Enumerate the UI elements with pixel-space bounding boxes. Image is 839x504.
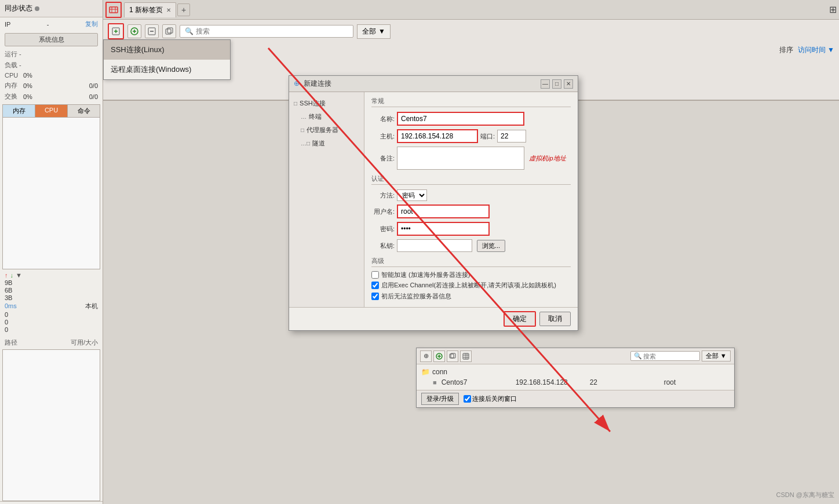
- session-manager-icon[interactable]: [105, 2, 122, 18]
- cancel-button[interactable]: 取消: [539, 312, 571, 326]
- dialog-close-button[interactable]: ✕: [564, 79, 573, 89]
- sm-clone-button[interactable]: [162, 24, 176, 38]
- sort-time-btn[interactable]: 访问时间 ▼: [798, 45, 834, 55]
- auth-section: 认证 方法: 密码 用户名: 密码:: [371, 174, 571, 252]
- disk-size-label: 可用/大小: [71, 338, 98, 347]
- tree-tunnel-label: 隧道: [312, 139, 325, 148]
- bottom-session-manager: ⊕ 🔍: [416, 348, 735, 408]
- tree-tunnel[interactable]: …□ 隧道: [289, 137, 364, 150]
- bsm-search-input[interactable]: [643, 353, 696, 360]
- disk-header: 路径 可用/大小: [5, 338, 98, 347]
- bottom-sm-search[interactable]: 🔍: [630, 351, 700, 361]
- name-label: 名称:: [371, 115, 395, 123]
- grid-layout-icon[interactable]: ⊞: [829, 4, 837, 15]
- bsm-centos7-row[interactable]: ■ Centos7 192.168.154.128 22 root: [421, 377, 729, 388]
- sm-new-ssh-button[interactable]: [127, 24, 141, 38]
- network-section: ↑ ↓ ▼ 9B 6B 3B 0ms 本机 0 0 0: [0, 269, 103, 336]
- bottom-login-bar: 登录/升级 连接后关闭窗口: [417, 390, 734, 407]
- monitor-tabs: 内存 CPU 命令: [2, 104, 100, 117]
- bsm-folder[interactable]: 📁 conn: [421, 367, 729, 377]
- sidebar-header: 同步状态: [0, 0, 103, 17]
- dialog-minimize-button[interactable]: —: [541, 79, 550, 89]
- ok-button[interactable]: 确定: [504, 311, 536, 327]
- tree-proxy[interactable]: □ 代理服务器: [289, 123, 364, 137]
- host-port-group: 端口:: [397, 129, 526, 143]
- upload-arrow-icon: ↑: [5, 272, 8, 279]
- net-zero-val3: 0: [5, 326, 8, 333]
- host-input[interactable]: [397, 129, 478, 143]
- login-upgrade-button[interactable]: 登录/升级: [421, 393, 459, 405]
- tree-terminal-label: 终端: [309, 112, 322, 121]
- username-input[interactable]: [397, 204, 490, 218]
- copy-button[interactable]: 复制: [85, 20, 98, 28]
- auth-section-header: 认证: [371, 174, 571, 185]
- sm-new-button[interactable]: [108, 23, 124, 39]
- port-input[interactable]: [497, 130, 526, 143]
- bsm-row-user: root: [664, 378, 734, 386]
- bsm-btn1[interactable]: ⊕: [420, 350, 432, 362]
- dialog-controls: — □ ✕: [541, 79, 573, 89]
- cpu-value: 0%: [23, 72, 32, 79]
- connect-close-label: 连接后关闭窗口: [472, 395, 517, 403]
- note-textarea[interactable]: [397, 147, 524, 170]
- svg-rect-5: [167, 28, 173, 33]
- ssh-linux-item[interactable]: SSH连接(Linux): [104, 40, 230, 60]
- tab-add-button[interactable]: +: [177, 3, 190, 16]
- net-zero-val2: 0: [5, 319, 8, 326]
- net-6b-val: 6B: [5, 287, 12, 294]
- tree-terminal[interactable]: … 终端: [289, 110, 364, 123]
- tree-ssh[interactable]: □ SSH连接: [289, 97, 364, 110]
- name-input[interactable]: [397, 112, 524, 126]
- adv2-label: 启用Exec Channel(若连接上就被断开,请关闭该项,比如跳板机): [381, 281, 556, 289]
- adv2-checkbox[interactable]: [371, 282, 379, 289]
- load-row: 负载 -: [0, 60, 103, 71]
- sidebar: 同步状态 IP - 复制 系统信息 运行 - 负载 - CPU 0% 内存 0%…: [0, 0, 103, 504]
- disk-section: 路径 可用/大小: [0, 336, 103, 349]
- tab-cmd[interactable]: 命令: [68, 105, 100, 117]
- sm-filter-dropdown[interactable]: 全部 ▼: [357, 24, 391, 39]
- adv3-checkbox[interactable]: [371, 293, 379, 300]
- svg-rect-4: [166, 29, 171, 34]
- sys-info-button[interactable]: 系统信息: [5, 33, 98, 46]
- tree-proxy-icon: □: [301, 127, 304, 133]
- dialog-maximize-button[interactable]: □: [552, 79, 561, 89]
- mem-value: 0%: [23, 82, 32, 89]
- method-select[interactable]: 密码: [397, 189, 427, 201]
- connect-close-option: 连接后关闭窗口: [464, 395, 517, 403]
- password-input[interactable]: [397, 222, 490, 236]
- net-zero-2: 0: [5, 319, 98, 326]
- sm-search-input[interactable]: [196, 27, 348, 35]
- bsm-btn2[interactable]: [433, 350, 445, 362]
- disk-path-label: 路径: [5, 338, 17, 347]
- sm-search-box[interactable]: 🔍: [180, 25, 353, 38]
- pass-row: 密码:: [371, 222, 571, 236]
- private-key-label: 私钥:: [371, 242, 395, 250]
- sm-delete-button[interactable]: [145, 24, 159, 38]
- adv1-checkbox[interactable]: [371, 271, 379, 279]
- sidebar-footer: [0, 501, 103, 504]
- bsm-filter[interactable]: 全部 ▼: [702, 350, 731, 361]
- tab-mem[interactable]: 内存: [3, 105, 35, 117]
- connect-close-checkbox[interactable]: [464, 395, 471, 403]
- filter-label: 全部: [362, 27, 376, 36]
- tab-bar: 1 新标签页 ✕ + ⊞: [103, 0, 839, 20]
- bsm-btn4[interactable]: [460, 350, 472, 362]
- load-label: 负载 -: [5, 61, 22, 70]
- note-row: 备注: 虚拟机ip地址: [371, 147, 571, 170]
- browse-button[interactable]: 浏览...: [477, 240, 505, 252]
- tab-close-icon[interactable]: ✕: [166, 7, 171, 13]
- advanced-header: 高级: [371, 257, 571, 267]
- run-label: 运行 -: [5, 50, 22, 59]
- tab-new[interactable]: 1 新标签页 ✕: [124, 2, 176, 17]
- tree-terminal-icon: …: [301, 114, 307, 120]
- dialog-footer: 确定 取消: [289, 307, 578, 330]
- general-section-header: 常规: [371, 97, 571, 107]
- tab-cpu[interactable]: CPU: [35, 105, 68, 117]
- ssh-windows-item[interactable]: 远程桌面连接(Windows): [104, 60, 230, 79]
- bsm-btn3[interactable]: [447, 350, 458, 362]
- ssh-linux-label: SSH连接(Linux): [111, 45, 164, 54]
- cpu-label: CPU: [5, 72, 22, 79]
- private-key-input[interactable]: [397, 239, 472, 252]
- ip-row: IP - 复制: [0, 17, 103, 31]
- sort-order-btn[interactable]: 排序: [779, 45, 793, 55]
